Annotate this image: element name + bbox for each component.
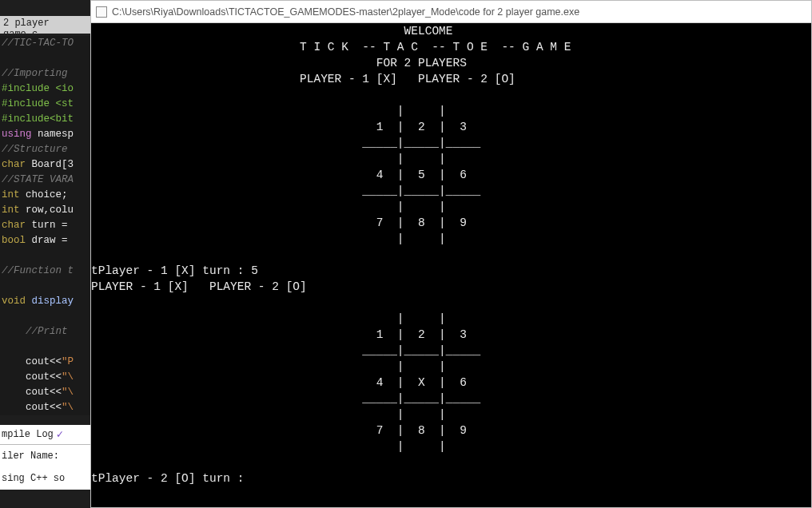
code-line: //Structure [2, 144, 74, 155]
compiler-log-panel: mpile Log ✓ iler Name: sing C++ so [0, 425, 92, 490]
code-line: #include<bit [2, 113, 74, 125]
prompt-line: tPlayer - 1 [X] turn : 5 [91, 264, 258, 277]
board-line: 7 | 8 | 9 [362, 216, 480, 229]
board-line: | | [362, 440, 480, 453]
board-line: | | [362, 200, 480, 213]
code-line: #include <st [2, 98, 74, 109]
compiler-line: sing C++ so [0, 467, 92, 490]
code-line: cout<<"\ [2, 371, 74, 383]
editor-tab[interactable]: 2 player game.c [0, 16, 92, 34]
board-line: | | [362, 153, 480, 165]
console-title-path: C:\Users\Riya\Downloads\TICTACTOE_GAMEMO… [112, 6, 579, 18]
code-line: //Importing [2, 68, 74, 79]
compiler-name-label: iler Name: [0, 445, 92, 467]
term-line: T I C K -- T A C -- T O E -- G A M E [300, 41, 571, 54]
code-line: bool draw = [2, 235, 74, 246]
board-line: 4 | 5 | 6 [362, 169, 480, 181]
board-line: _____|_____|_____ [362, 344, 480, 357]
board-line: _____|_____|_____ [362, 392, 480, 405]
terminal-output[interactable]: WELCOME T I C K -- T A C -- T O E -- G A… [91, 23, 811, 507]
code-line: int row,colu [2, 204, 74, 216]
term-line: PLAYER - 1 [X] PLAYER - 2 [O] [91, 280, 307, 293]
code-line: cout<<"\ [2, 402, 74, 413]
board-line: 1 | 2 | 3 [362, 328, 480, 341]
board-line: | | [362, 360, 480, 373]
board-line: 1 | 2 | 3 [362, 121, 480, 133]
log-tab-strip[interactable]: mpile Log ✓ [0, 425, 92, 445]
code-line: //STATE VARA [2, 174, 74, 185]
code-line: cout<<"P [2, 356, 74, 367]
board-line: | | [362, 408, 480, 421]
console-window[interactable]: C:\Users\Riya\Downloads\TICTACTOE_GAMEMO… [90, 0, 812, 508]
check-icon: ✓ [57, 427, 63, 443]
code-line: using namesp [2, 129, 74, 140]
board-line: 7 | 8 | 9 [362, 424, 480, 437]
board-line: | | [362, 232, 480, 245]
board-line: _____|_____|_____ [362, 137, 480, 149]
board-line: _____|_____|_____ [362, 185, 480, 197]
code-line: char turn = [2, 220, 74, 231]
code-line: //Function t [2, 265, 74, 276]
code-line: #include <io [2, 83, 74, 94]
code-line: void display [2, 296, 74, 307]
board-line: | | [362, 105, 480, 117]
term-line: FOR 2 PLAYERS [376, 57, 467, 69]
board-line: | | [362, 312, 480, 325]
app-icon [96, 6, 107, 18]
console-title-bar[interactable]: C:\Users\Riya\Downloads\TICTACTOE_GAMEMO… [91, 1, 811, 23]
term-line: WELCOME [404, 25, 453, 38]
prompt-line: tPlayer - 2 [O] turn : [91, 472, 244, 485]
code-line: //TIC-TAC-TO [2, 38, 74, 49]
code-line: //Print [2, 326, 74, 337]
code-line: int choice; [2, 189, 68, 200]
code-line: cout<<"\ [2, 387, 74, 398]
code-editor[interactable]: //TIC-TAC-TO //Importing #include <io #i… [0, 36, 92, 415]
board-line: 4 | X | 6 [362, 376, 480, 389]
compile-log-tab[interactable]: mpile Log [2, 427, 54, 443]
term-line: PLAYER - 1 [X] PLAYER - 2 [O] [300, 73, 515, 85]
code-line: char Board[3 [2, 159, 74, 170]
